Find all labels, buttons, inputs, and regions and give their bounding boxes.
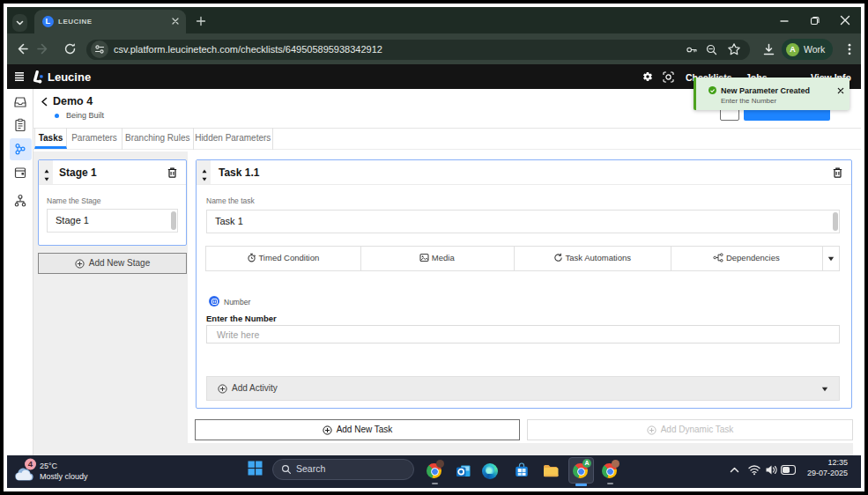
svg-text:4: 4 [28, 459, 33, 469]
